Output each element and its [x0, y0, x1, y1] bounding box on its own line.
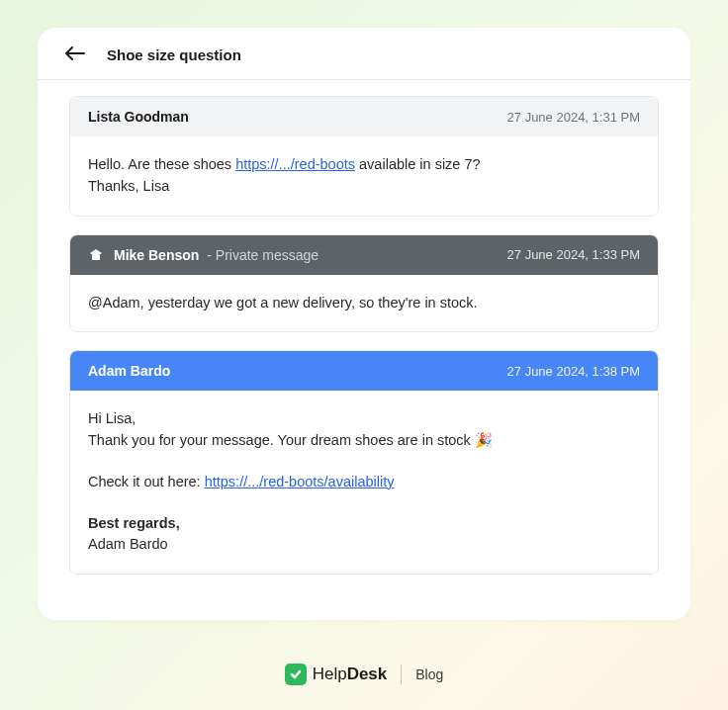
blog-link[interactable]: Blog [415, 666, 443, 682]
internal-message-body: @Adam, yesterday we got a new delivery, … [70, 275, 658, 332]
message-list: Lista Goodman 27 June 2024, 1:31 PM Hell… [38, 80, 690, 575]
ticket-card: Shoe size question Lista Goodman 27 June… [38, 28, 690, 620]
customer-body-suffix: available in size 7? [355, 156, 481, 172]
customer-message-header: Lista Goodman 27 June 2024, 1:31 PM [70, 97, 658, 136]
internal-author: Mike Benson [114, 247, 199, 263]
customer-message: Lista Goodman 27 June 2024, 1:31 PM Hell… [69, 96, 659, 217]
footer: HelpDesk Blog [0, 664, 728, 685]
brand-help: Help [313, 665, 347, 683]
internal-tag: - Private message [203, 247, 318, 263]
customer-message-body: Hello. Are these shoes https://.../red-b… [70, 136, 658, 216]
brand-desk: Desk [347, 665, 388, 683]
agent-signoff: Best regards, [88, 513, 640, 535]
product-link[interactable]: https://.../red-boots [235, 156, 355, 172]
customer-body-prefix: Hello. Are these shoes [88, 156, 235, 172]
agent-message-header: Adam Bardo 27 June 2024, 1:38 PM [70, 351, 658, 391]
back-arrow-icon[interactable] [65, 45, 85, 63]
agent-signature: Adam Bardo [88, 534, 640, 556]
agent-author: Adam Bardo [88, 363, 170, 379]
agent-message: Adam Bardo 27 June 2024, 1:38 PM Hi Lisa… [69, 350, 659, 575]
brand-check-icon [285, 664, 307, 685]
customer-timestamp: 27 June 2024, 1:31 PM [507, 110, 640, 125]
footer-divider [401, 665, 402, 684]
agent-icon [88, 247, 104, 263]
agent-checkit-prefix: Check it out here: [88, 474, 205, 489]
svg-rect-0 [92, 255, 100, 260]
internal-message: Mike Benson - Private message 27 June 20… [69, 234, 659, 333]
customer-author: Lista Goodman [88, 109, 189, 125]
agent-timestamp: 27 June 2024, 1:38 PM [507, 364, 640, 379]
brand-logo[interactable]: HelpDesk [285, 664, 388, 685]
agent-greeting: Hi Lisa, [88, 408, 640, 430]
ticket-header: Shoe size question [38, 28, 690, 80]
availability-link[interactable]: https://.../red-boots/availability [205, 474, 395, 489]
agent-line2: Thank you for your message. Your dream s… [88, 430, 640, 452]
agent-message-body: Hi Lisa, Thank you for your message. You… [70, 391, 658, 574]
internal-timestamp: 27 June 2024, 1:33 PM [507, 247, 640, 262]
internal-message-header: Mike Benson - Private message 27 June 20… [70, 235, 658, 275]
ticket-title: Shoe size question [107, 46, 241, 63]
customer-line2: Thanks, Lisa [88, 176, 640, 198]
